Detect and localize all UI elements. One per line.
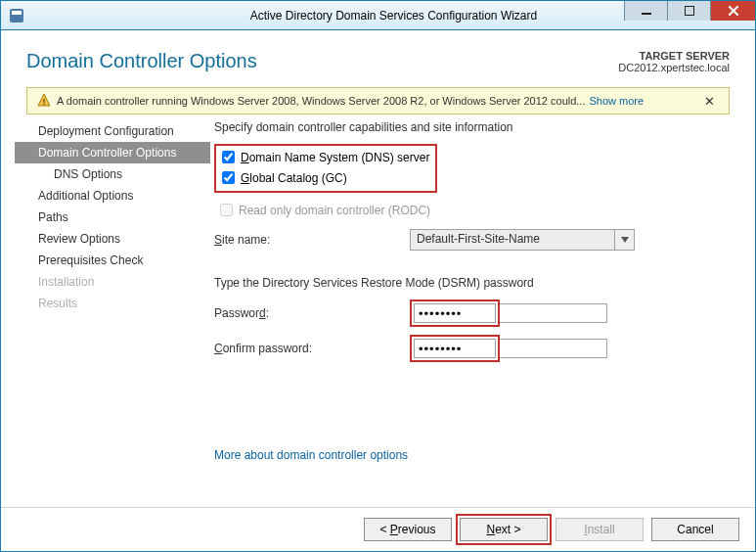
- sidebar-item-additional[interactable]: Additional Options: [15, 185, 210, 207]
- target-server-label: TARGET SERVER: [618, 50, 730, 62]
- warning-text: A domain controller running Windows Serv…: [57, 95, 585, 107]
- more-about-link[interactable]: More about domain controller options: [214, 448, 408, 462]
- warning-icon: !: [37, 93, 51, 109]
- target-server-name: DC2012.xpertstec.local: [618, 62, 730, 73]
- gc-checkbox-label: Global Catalog (GC): [241, 171, 347, 185]
- dns-checkbox-row: Domain Name System (DNS) server: [218, 148, 429, 166]
- app-icon: [9, 8, 24, 23]
- svg-rect-1: [12, 11, 22, 15]
- confirm-password-input-extend[interactable]: [500, 339, 607, 358]
- body-row: Deployment Configuration Domain Controll…: [15, 115, 741, 507]
- svg-rect-2: [642, 13, 651, 15]
- next-button[interactable]: Next >: [460, 518, 548, 541]
- main-panel: Specify domain controller capabilities a…: [210, 115, 741, 507]
- previous-button[interactable]: < Previous: [364, 518, 452, 541]
- capabilities-heading: Specify domain controller capabilities a…: [214, 120, 728, 134]
- warning-bar: ! A domain controller running Windows Se…: [26, 87, 730, 115]
- show-more-link[interactable]: Show more: [589, 95, 644, 107]
- sidebar-item-results: Results: [15, 293, 210, 314]
- sidebar-item-dc-options[interactable]: Domain Controller Options: [15, 142, 210, 163]
- dns-checkbox[interactable]: [222, 151, 235, 163]
- sidebar-item-review[interactable]: Review Options: [15, 228, 210, 250]
- confirm-password-label: Confirm password:: [214, 342, 410, 355]
- confirm-password-group: [410, 335, 607, 362]
- sidebar-item-deployment[interactable]: Deployment Configuration: [15, 120, 210, 142]
- install-button: Install: [556, 518, 644, 541]
- close-button[interactable]: [710, 1, 755, 21]
- capabilities-check-group: Domain Name System (DNS) server Global C…: [214, 144, 437, 193]
- combo-dropdown-icon[interactable]: [615, 229, 635, 251]
- content-area: Domain Controller Options TARGET SERVER …: [1, 30, 755, 507]
- wizard-window: Active Directory Domain Services Configu…: [0, 0, 756, 552]
- minimize-button[interactable]: [624, 1, 667, 21]
- sidebar-item-installation: Installation: [15, 271, 210, 293]
- svg-text:!: !: [43, 97, 46, 107]
- maximize-button[interactable]: [667, 1, 710, 21]
- window-controls: [624, 1, 755, 21]
- titlebar: Active Directory Domain Services Configu…: [1, 1, 755, 30]
- gc-checkbox-row: Global Catalog (GC): [218, 168, 429, 187]
- warning-close-icon[interactable]: ✕: [700, 94, 719, 109]
- rodc-checkbox-row: Read only domain controller (RODC): [216, 201, 728, 219]
- confirm-password-row: Confirm password:: [214, 335, 728, 362]
- site-name-label: Site name:: [214, 233, 410, 247]
- cancel-button[interactable]: Cancel: [651, 518, 739, 541]
- page-title: Domain Controller Options: [26, 50, 257, 72]
- password-group: [410, 299, 607, 327]
- sidebar-item-prereq[interactable]: Prerequisites Check: [15, 250, 210, 271]
- rodc-checkbox-label: Read only domain controller (RODC): [239, 204, 430, 217]
- site-name-combo[interactable]: Default-First-Site-Name: [410, 229, 635, 251]
- svg-rect-3: [685, 6, 694, 16]
- rodc-checkbox: [220, 204, 233, 216]
- svg-marker-8: [621, 237, 629, 243]
- wizard-footer: < Previous Next > Install Cancel: [1, 507, 755, 551]
- sidebar-item-dns-options[interactable]: DNS Options: [15, 163, 210, 185]
- dsrm-heading: Type the Directory Services Restore Mode…: [214, 276, 728, 290]
- password-input[interactable]: [414, 303, 496, 323]
- password-row: Password:: [214, 299, 728, 327]
- sidebar-item-paths[interactable]: Paths: [15, 207, 210, 228]
- site-name-row: Site name: Default-First-Site-Name: [214, 229, 728, 251]
- gc-checkbox[interactable]: [222, 171, 235, 184]
- site-name-value: Default-First-Site-Name: [410, 229, 615, 251]
- wizard-sidebar: Deployment Configuration Domain Controll…: [15, 115, 210, 507]
- confirm-password-input[interactable]: [414, 339, 496, 358]
- password-label: Password:: [214, 306, 410, 320]
- target-info: TARGET SERVER DC2012.xpertstec.local: [618, 50, 730, 73]
- password-input-extend[interactable]: [500, 303, 607, 323]
- dns-checkbox-label: Domain Name System (DNS) server: [241, 151, 429, 164]
- header-row: Domain Controller Options TARGET SERVER …: [15, 40, 741, 87]
